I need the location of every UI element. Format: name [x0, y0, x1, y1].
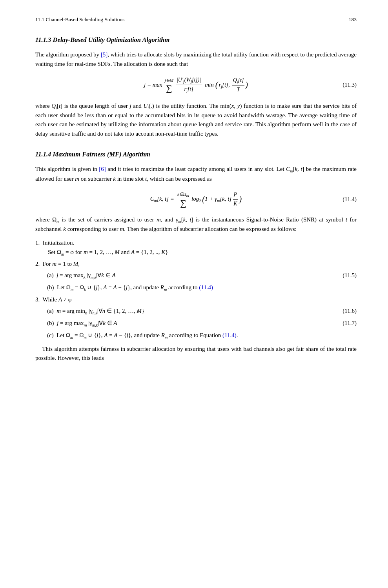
ref-11-4-c[interactable]: (11.4): [222, 332, 237, 338]
section-1-para2: where Qi[t] is the queue length of user …: [35, 102, 357, 138]
section-2-title: 11.1.4 Maximum Fairness (MF) Algorithm: [35, 149, 357, 160]
algo-step-2a: (a) j = arg maxk |γm,k|∀k ∈ A (11.5): [35, 271, 357, 281]
ref-6[interactable]: [6]: [99, 166, 106, 172]
eq-number-11-3: (11.3): [342, 80, 357, 89]
algo-step-3a-eq: (11.6): [342, 307, 357, 316]
algo-step-3c: (c) Let Ωm = Ωm ∪ {j}, A = A − {j}, and …: [35, 331, 357, 341]
ref-11-4-b[interactable]: (11.4): [199, 284, 213, 290]
section-2-para1: This algorithm is given in [6] and it tr…: [35, 165, 357, 183]
algo-step-3b-text: (b) j = arg maxm |γm,k|∀k ∈ A: [47, 320, 117, 326]
eq-number-11-4: (11.4): [342, 195, 357, 204]
algo-step-3b-eq: (11.7): [342, 319, 357, 328]
algo-step-2b-text: (b) Let Ωm = Ωk ∪ {j}, A = A − {j}, and …: [47, 284, 213, 290]
ref-5[interactable]: [5]: [101, 51, 108, 58]
page-header: 11.1 Channel-Based Scheduling Solutions …: [35, 16, 357, 24]
section-2-para2: where Ωm is the set of carriers assigned…: [35, 215, 357, 234]
equation-11-3: j = max j∈M ∑ |U′j(Wj[t])| rj[t] min ( r…: [35, 76, 357, 94]
section-2-para3: This algorithm attempts fairness in subc…: [35, 345, 357, 363]
algo-step-3: 3. While A ≠ φ: [35, 295, 357, 304]
section-1-title: 11.1.3 Delay-Based Utility Optimization …: [35, 35, 357, 45]
equation-11-4: Cm[k, t] = k∈Ωm ∑ log2 ( 1 + γm[k, t] P …: [35, 191, 357, 208]
algo-step-3c-text: (c) Let Ωm = Ωm ∪ {j}, A = A − {j}, and …: [47, 332, 238, 338]
algorithm-steps: 1. Initialization. Set Ωm = φ for m = 1,…: [35, 238, 357, 340]
algo-step-1-sub: Set Ωm = φ for m = 1, 2, …, M and A = {1…: [35, 248, 168, 258]
header-right: 183: [349, 16, 357, 24]
algo-step-3-label: 3. While A ≠ φ: [35, 296, 71, 303]
algo-step-2: 2. For m = 1 to M,: [35, 260, 357, 269]
section-2: 11.1.4 Maximum Fairness (MF) Algorithm T…: [35, 149, 357, 363]
algo-step-2b: (b) Let Ωm = Ωk ∪ {j}, A = A − {j}, and …: [35, 283, 357, 293]
algo-step-3b: (b) j = arg maxm |γm,k|∀k ∈ A (11.7): [35, 319, 357, 328]
algo-step-1-label: 1. Initialization.: [35, 240, 74, 246]
algo-step-3a-text: (a) m = arg minn |γn,k|∀n ∈ {1, 2, …, M}: [47, 308, 144, 314]
section-1-para1: The algorithm proposed by [5], which tri…: [35, 50, 357, 69]
algo-step-2-label: 2. For m = 1 to M,: [35, 261, 80, 267]
header-left: 11.1 Channel-Based Scheduling Solutions: [35, 16, 124, 24]
algo-step-3a: (a) m = arg minn |γn,k|∀n ∈ {1, 2, …, M}…: [35, 307, 357, 316]
algo-step-2a-eq: (11.5): [342, 271, 357, 280]
section-1: 11.1.3 Delay-Based Utility Optimization …: [35, 35, 357, 138]
algo-step-1: 1. Initialization. Set Ωm = φ for m = 1,…: [35, 238, 357, 257]
algo-step-2a-text: (a) j = arg maxk |γm,k|∀k ∈ A: [47, 272, 116, 278]
